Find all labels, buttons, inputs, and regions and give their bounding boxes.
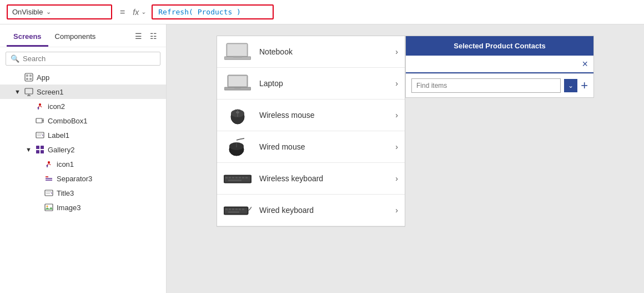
svg-rect-37 — [234, 87, 241, 88]
formula-text: Refresh( Products ) — [158, 8, 241, 16]
event-dropdown[interactable]: OnVisible ⌄ — [7, 4, 112, 19]
separator3-label: Separator3 — [57, 175, 92, 183]
svg-rect-5 — [25, 88, 33, 94]
tab-screens[interactable]: Screens — [7, 29, 48, 47]
title3-label: Title3 — [57, 189, 74, 197]
contacts-find-input[interactable] — [411, 78, 561, 93]
svg-rect-31 — [228, 44, 246, 56]
product-item-laptop[interactable]: Laptop › — [217, 68, 405, 100]
svg-rect-12 — [36, 118, 42, 123]
list-view-icon[interactable]: ☰ — [133, 31, 144, 42]
svg-point-21 — [48, 161, 50, 163]
product-list-panel: Notebook › Laptop › — [217, 36, 405, 227]
contacts-header: Selected Product Contacts — [406, 36, 593, 56]
wmouse-image — [224, 105, 251, 125]
product-item-wireless-keyboard[interactable]: Wireless keyboard › — [217, 163, 405, 195]
sidebar-tabs: Screens Components ☰ ☷ — [0, 24, 166, 47]
svg-rect-48 — [229, 177, 231, 178]
title3-icon — [44, 188, 53, 197]
laptop-image — [224, 73, 251, 93]
screen-icon — [24, 87, 33, 96]
svg-rect-58 — [229, 208, 231, 210]
tab-components[interactable]: Components — [48, 29, 103, 47]
contacts-close-button[interactable]: × — [582, 59, 588, 69]
svg-rect-59 — [232, 208, 234, 210]
wiredkeyboard-arrow-icon: › — [395, 206, 398, 215]
svg-rect-35 — [229, 76, 246, 86]
main-layout: Screens Components ☰ ☷ 🔍 App — [0, 24, 644, 293]
tree-view: App ▼ Screen1 — [0, 70, 166, 293]
tree-item-app[interactable]: App — [0, 70, 166, 85]
contacts-add-button[interactable]: + — [581, 80, 588, 92]
tree-item-screen1[interactable]: ▼ Screen1 — [0, 85, 166, 99]
contacts-find-row: ⌄ + — [406, 73, 593, 97]
svg-point-9 — [38, 107, 39, 109]
search-icon: 🔍 — [11, 54, 19, 63]
icon2-label: icon2 — [48, 102, 65, 111]
event-dropdown-label: OnVisible — [12, 8, 43, 16]
svg-rect-51 — [239, 177, 241, 178]
svg-rect-54 — [228, 180, 242, 181]
grid-view-icon[interactable]: ☷ — [148, 31, 159, 42]
svg-point-8 — [39, 103, 41, 106]
contacts-close-row: × — [406, 56, 593, 73]
screen1-label: Screen1 — [37, 88, 63, 96]
search-input[interactable] — [23, 54, 155, 63]
tree-item-icon1[interactable]: icon1 — [0, 157, 166, 171]
toolbar: OnVisible ⌄ = fx ⌄ Refresh( Products ) — [0, 0, 644, 24]
wiredmouse-name: Wired mouse — [259, 142, 388, 151]
svg-rect-3 — [26, 78, 28, 80]
product-item-wired-keyboard[interactable]: Wired keyboard › — [217, 195, 405, 226]
tree-item-title3[interactable]: Title3 — [0, 186, 166, 200]
notebook-arrow-icon: › — [395, 47, 398, 56]
tree-item-separator3[interactable]: Separator3 — [0, 171, 166, 186]
contacts-find-chevron-icon[interactable]: ⌄ — [564, 79, 577, 92]
wmouse-arrow-icon: › — [395, 111, 398, 120]
expand-screen1-icon: ▼ — [14, 88, 21, 95]
wkeyboard-image — [224, 168, 251, 188]
separator3-icon — [44, 174, 53, 183]
fx-button[interactable]: fx ⌄ — [133, 8, 146, 17]
equals-sign: = — [118, 7, 127, 17]
search-box: 🔍 — [6, 52, 160, 66]
svg-rect-19 — [36, 150, 39, 153]
wkeyboard-name: Wireless keyboard — [259, 174, 388, 183]
svg-rect-28 — [45, 204, 53, 211]
tree-item-icon2[interactable]: icon2 — [0, 99, 166, 113]
svg-rect-47 — [225, 177, 228, 178]
chevron-down-icon: ⌄ — [46, 8, 51, 16]
svg-rect-52 — [242, 177, 244, 178]
product-item-notebook[interactable]: Notebook › — [217, 36, 405, 68]
svg-point-41 — [236, 111, 239, 113]
sidebar-tab-icons: ☰ ☷ — [133, 31, 159, 45]
icon1-label: icon1 — [57, 160, 74, 168]
canvas-area: Notebook › Laptop › — [167, 24, 644, 293]
image3-label: Image3 — [57, 203, 80, 212]
fx-icon: fx — [133, 8, 139, 17]
svg-rect-33 — [233, 57, 242, 58]
tree-item-label1[interactable]: Label1 — [0, 128, 166, 142]
product-item-wireless-mouse[interactable]: Wireless mouse › — [217, 100, 405, 131]
product-item-wired-mouse[interactable]: Wired mouse › — [217, 131, 405, 163]
notebook-name: Notebook — [259, 47, 388, 56]
icon1-icon — [44, 160, 53, 168]
notebook-image — [224, 42, 251, 62]
tree-item-gallery2[interactable]: ▼ Gallery2 — [0, 142, 166, 157]
contacts-header-text: Selected Product Contacts — [454, 42, 545, 50]
tree-item-image3[interactable]: Image3 — [0, 200, 166, 215]
tree-item-combobox1[interactable]: ComboBox1 — [0, 113, 166, 128]
laptop-name: Laptop — [259, 79, 388, 88]
app-label: App — [37, 73, 49, 82]
svg-point-22 — [47, 165, 48, 167]
image3-icon — [44, 203, 53, 212]
svg-point-29 — [47, 206, 48, 207]
wmouse-name: Wireless mouse — [259, 111, 388, 120]
svg-rect-1 — [26, 75, 28, 77]
svg-rect-63 — [228, 211, 239, 213]
wiredkeyboard-image — [224, 200, 251, 220]
svg-rect-62 — [242, 208, 244, 210]
gallery-icon — [36, 145, 44, 154]
wkeyboard-arrow-icon: › — [395, 174, 398, 183]
label1-label: Label1 — [48, 131, 69, 140]
formula-bar[interactable]: Refresh( Products ) — [152, 4, 274, 19]
